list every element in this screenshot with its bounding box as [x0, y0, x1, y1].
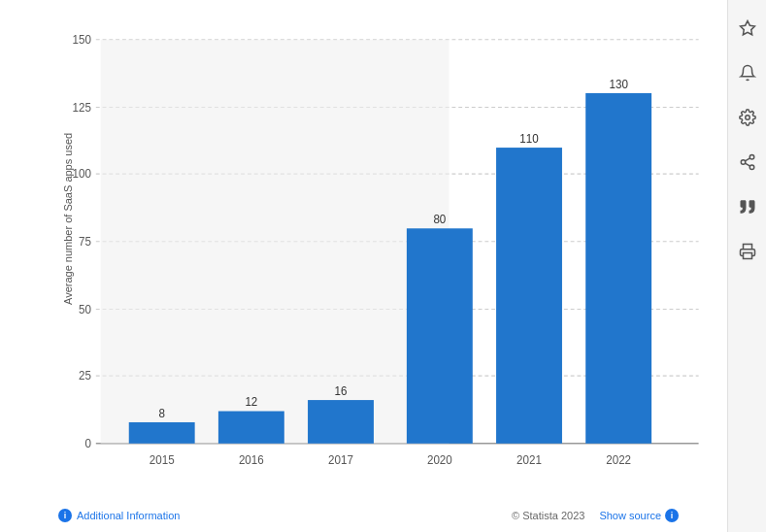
svg-rect-14	[101, 40, 275, 444]
bar-2022	[585, 93, 651, 444]
bar-2020	[407, 228, 473, 444]
svg-text:25: 25	[79, 369, 91, 382]
bar-label-2022: 130	[609, 77, 628, 90]
svg-marker-16	[740, 21, 754, 35]
chart-wrapper: Average number of SaaS apps used 150 125…	[58, 19, 717, 474]
svg-text:50: 50	[79, 302, 91, 316]
star-icon[interactable]	[734, 15, 761, 42]
svg-point-18	[749, 155, 754, 160]
x-label-2017: 2017	[328, 452, 353, 466]
svg-point-17	[745, 116, 749, 120]
svg-text:100: 100	[73, 167, 92, 181]
y-axis-label: Average number of SaaS apps used	[62, 188, 74, 305]
x-label-2021: 2021	[516, 452, 542, 466]
bar-label-2016: 12	[245, 395, 257, 409]
x-label-2022: 2022	[606, 452, 631, 466]
print-icon[interactable]	[734, 238, 761, 265]
svg-line-22	[745, 158, 749, 161]
info-icon: i	[58, 509, 72, 522]
svg-point-20	[749, 165, 754, 170]
svg-text:75: 75	[79, 235, 91, 249]
bar-label-2021: 110	[519, 132, 539, 146]
svg-text:150: 150	[73, 33, 92, 47]
share-icon[interactable]	[734, 149, 761, 176]
show-source-info-icon: i	[665, 509, 679, 522]
bar-2021	[496, 148, 562, 444]
svg-text:125: 125	[73, 100, 92, 114]
additional-info-link[interactable]: i Additional Information	[58, 509, 180, 522]
x-label-2015: 2015	[150, 452, 175, 466]
show-source-link[interactable]: Show source i	[599, 509, 679, 522]
sidebar	[727, 0, 766, 532]
chart-footer: i Additional Information © Statista 2023…	[58, 509, 679, 522]
bar-2016	[218, 412, 284, 444]
show-source-label: Show source	[599, 510, 661, 521]
svg-line-21	[745, 163, 749, 166]
main-container: Average number of SaaS apps used 150 125…	[0, 0, 766, 532]
bar-label-2020: 80	[433, 213, 446, 226]
chart-area: Average number of SaaS apps used 150 125…	[0, 0, 727, 532]
copyright-text: © Statista 2023	[512, 510, 584, 521]
chart-svg: 150 125 100 75 50 25 0 8 2015 12 201	[58, 19, 717, 474]
bar-label-2017: 16	[335, 384, 348, 398]
bar-2015	[129, 422, 195, 444]
bar-label-2015: 8	[158, 406, 165, 419]
svg-point-19	[741, 160, 746, 165]
additional-info-label: Additional Information	[77, 510, 180, 521]
gear-icon[interactable]	[734, 104, 761, 131]
svg-text:0: 0	[84, 437, 91, 450]
quote-icon[interactable]	[734, 193, 761, 220]
x-label-2016: 2016	[239, 452, 264, 466]
x-label-2020: 2020	[427, 452, 452, 466]
svg-rect-23	[743, 253, 751, 259]
footer-right: © Statista 2023 Show source i	[512, 509, 679, 522]
bar-2017	[308, 400, 374, 444]
bell-icon[interactable]	[734, 59, 761, 86]
